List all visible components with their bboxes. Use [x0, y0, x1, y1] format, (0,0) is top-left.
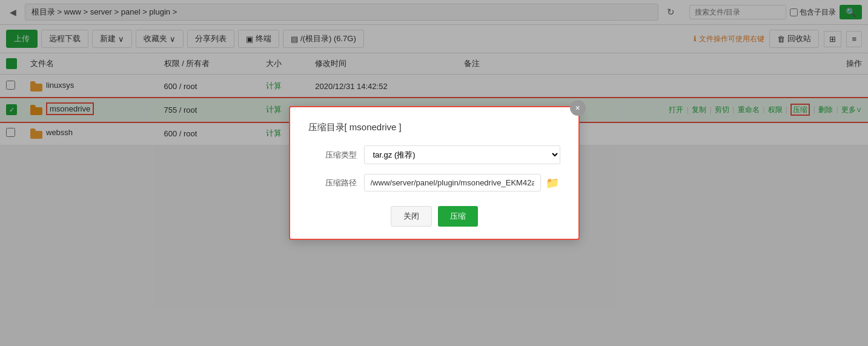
dialog-title: 压缩目录[ msonedrive ]	[308, 122, 560, 133]
dialog-overlay: × 压缩目录[ msonedrive ] 压缩类型 tar.gz (推荐) zi…	[0, 0, 868, 145]
dialog-close-button[interactable]: ×	[570, 100, 586, 116]
compress-dialog: × 压缩目录[ msonedrive ] 压缩类型 tar.gz (推荐) zi…	[289, 106, 580, 145]
